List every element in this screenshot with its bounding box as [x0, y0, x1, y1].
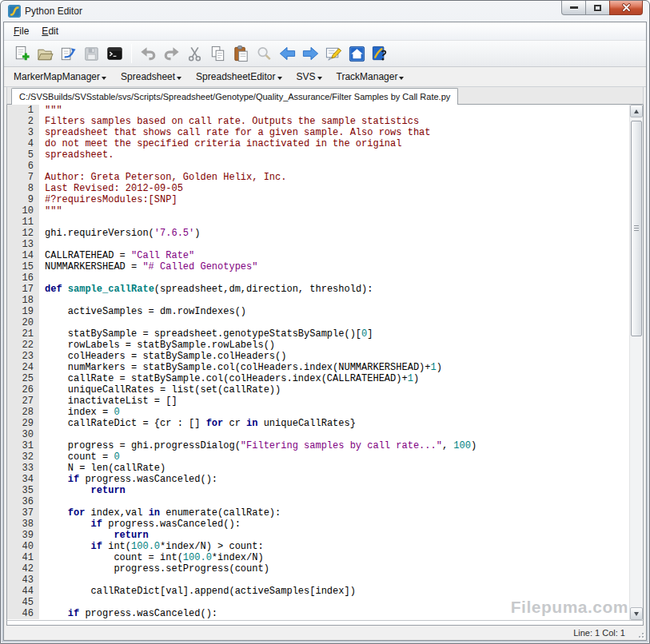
- menu-edit[interactable]: Edit: [35, 24, 65, 38]
- code-text[interactable]: [39, 496, 45, 507]
- back-button[interactable]: [276, 42, 298, 65]
- code-line[interactable]: 26 uniqueCallRates = list(set(callRate)): [7, 384, 629, 396]
- code-text[interactable]: callRateDict[val].append(activeSamples[i…: [39, 586, 356, 597]
- code-text[interactable]: uniqueCallRates = list(set(callRate)): [39, 384, 281, 396]
- code-text[interactable]: callRate = statBySample.col(colHeaders.i…: [39, 373, 419, 384]
- code-line[interactable]: 2Filters samples based on call rate. Out…: [7, 116, 629, 127]
- code-line[interactable]: 40 if int(100.0*index/N) > count:: [7, 541, 629, 552]
- code-text[interactable]: CALLRATEHEAD = "Call Rate": [39, 250, 194, 261]
- code-text[interactable]: return: [39, 485, 126, 496]
- minimize-button[interactable]: [561, 1, 586, 15]
- code-text[interactable]: [39, 272, 45, 284]
- scroll-down-button[interactable]: [630, 607, 643, 620]
- code-text[interactable]: """: [39, 205, 62, 217]
- code-text[interactable]: [39, 597, 45, 608]
- code-line[interactable]: 27 inactivateList = []: [7, 396, 629, 407]
- code-line[interactable]: 23 colHeaders = statBySample.colHeaders(…: [7, 351, 629, 362]
- paste-button[interactable]: [229, 42, 252, 65]
- open-script-button[interactable]: [34, 42, 56, 65]
- code-text[interactable]: Last Revised: 2012-09-05: [39, 183, 183, 194]
- code-text[interactable]: if progress.wasCanceled():: [39, 519, 241, 530]
- code-text[interactable]: spreadsheet that shows call rate for a g…: [39, 127, 430, 138]
- code-text[interactable]: [39, 239, 45, 250]
- code-line[interactable]: 22 rowLabels = statBySample.rowLabels(): [7, 340, 629, 351]
- copy-button[interactable]: [206, 42, 229, 65]
- code-text[interactable]: statBySample = spreadsheet.genotypeStats…: [39, 328, 373, 340]
- code-text[interactable]: return: [39, 530, 149, 541]
- script-menu-spreadsheet[interactable]: Spreadsheet: [121, 71, 181, 82]
- code-text[interactable]: NUMMARKERSHEAD = "# Called Genotypes": [39, 261, 257, 272]
- code-line[interactable]: 13: [7, 239, 629, 250]
- code-line[interactable]: 10""": [7, 205, 629, 217]
- code-line[interactable]: 33 N = len(callRate): [7, 463, 629, 474]
- script-menu-spreadsheeteditor[interactable]: SpreadsheetEditor: [196, 71, 281, 82]
- code-text[interactable]: Author: Greta Peterson, Golden Helix, In…: [39, 172, 286, 183]
- code-text[interactable]: count = 0: [39, 451, 120, 463]
- code-line[interactable]: 18: [7, 295, 629, 306]
- code-text[interactable]: progress = ghi.progressDialog("Filtering…: [39, 440, 477, 451]
- code-text[interactable]: colHeaders = statBySample.colHeaders(): [39, 351, 286, 362]
- redo-button[interactable]: [160, 42, 182, 65]
- code-line[interactable]: 8Last Revised: 2012-09-05: [7, 183, 629, 194]
- code-text[interactable]: count = int(100.0*index/N): [39, 552, 264, 563]
- code-text[interactable]: [39, 161, 45, 172]
- file-tab[interactable]: C:/SVSBuilds/SVSstable/svs/Scripts/Sprea…: [11, 88, 458, 105]
- code-editor[interactable]: 1"""2Filters samples based on call rate.…: [7, 105, 629, 620]
- code-text[interactable]: [39, 317, 45, 328]
- cut-button[interactable]: [183, 42, 205, 65]
- code-line[interactable]: 20: [7, 317, 629, 328]
- vertical-scrollbar[interactable]: [629, 105, 643, 620]
- menu-file[interactable]: File: [7, 24, 35, 38]
- code-line[interactable]: 19 activeSamples = dm.rowIndexes(): [7, 306, 629, 317]
- code-line[interactable]: 42 progress.setProgress(count): [7, 563, 629, 574]
- code-text[interactable]: do not meet the specified criteria inact…: [39, 138, 401, 149]
- code-line[interactable]: 46 if progress.wasCanceled():: [7, 608, 629, 619]
- code-line[interactable]: 15NUMMARKERSHEAD = "# Called Genotypes": [7, 261, 629, 272]
- code-line[interactable]: 28 index = 0: [7, 407, 629, 418]
- code-line[interactable]: 11: [7, 217, 629, 228]
- code-line[interactable]: 36: [7, 496, 629, 507]
- code-text[interactable]: progress.setProgress(count): [39, 563, 269, 574]
- new-script-button[interactable]: [10, 42, 33, 65]
- code-text[interactable]: numMarkers = statBySample.col(colHeaders…: [39, 362, 442, 373]
- titlebar[interactable]: Python Editor: [3, 1, 647, 22]
- code-text[interactable]: ghi.requireVersion('7.6.5'): [39, 228, 200, 239]
- resize-grip[interactable]: [635, 629, 644, 638]
- script-menu-markermapmanager[interactable]: MarkerMapManager: [14, 71, 106, 82]
- scroll-up-button[interactable]: [630, 105, 643, 117]
- code-line[interactable]: 34 if progress.wasCanceled():: [7, 474, 629, 485]
- code-text[interactable]: """: [39, 105, 62, 116]
- code-text[interactable]: inactivateList = []: [39, 396, 177, 407]
- code-line[interactable]: 37 for index,val in enumerate(callRate):: [7, 507, 629, 519]
- code-line[interactable]: 5spreadsheet.: [7, 149, 629, 161]
- code-line[interactable]: 16: [7, 272, 629, 284]
- code-text[interactable]: if progress.wasCanceled():: [39, 608, 217, 619]
- code-line[interactable]: 4do not meet the specified criteria inac…: [7, 138, 629, 149]
- undo-button[interactable]: [137, 42, 159, 65]
- code-text[interactable]: [39, 429, 45, 440]
- scrollbar-thumb[interactable]: [631, 121, 642, 336]
- code-line[interactable]: 12ghi.requireVersion('7.6.5'): [7, 228, 629, 239]
- code-text[interactable]: [39, 295, 45, 306]
- close-button[interactable]: [609, 1, 643, 15]
- maximize-button[interactable]: [585, 1, 610, 15]
- code-text[interactable]: if progress.wasCanceled():: [39, 474, 217, 485]
- code-text[interactable]: def sample_callRate(spreadsheet,dm,direc…: [39, 284, 373, 295]
- edit-note-button[interactable]: [322, 42, 345, 65]
- code-line[interactable]: 7Author: Greta Peterson, Golden Helix, I…: [7, 172, 629, 183]
- code-text[interactable]: for index,val in enumerate(callRate):: [39, 507, 281, 519]
- script-menu-trackmanager[interactable]: TrackManager: [337, 71, 405, 82]
- code-line[interactable]: 32 count = 0: [7, 451, 629, 463]
- code-line[interactable]: 14CALLRATEHEAD = "Call Rate": [7, 250, 629, 261]
- save-button[interactable]: [80, 42, 102, 65]
- code-line[interactable]: 41 count = int(100.0*index/N): [7, 552, 629, 563]
- code-text[interactable]: Filters samples based on call rate. Outp…: [39, 116, 419, 127]
- code-text[interactable]: callRateDict = {cr : [] for cr in unique…: [39, 418, 356, 429]
- code-text[interactable]: index = 0: [39, 407, 120, 418]
- find-button[interactable]: [253, 42, 275, 65]
- run-script-button[interactable]: [103, 42, 126, 65]
- code-line[interactable]: 24 numMarkers = statBySample.col(colHead…: [7, 362, 629, 373]
- code-line[interactable]: 45: [7, 597, 629, 608]
- code-line[interactable]: 6: [7, 161, 629, 172]
- code-text[interactable]: N = len(callRate): [39, 463, 165, 474]
